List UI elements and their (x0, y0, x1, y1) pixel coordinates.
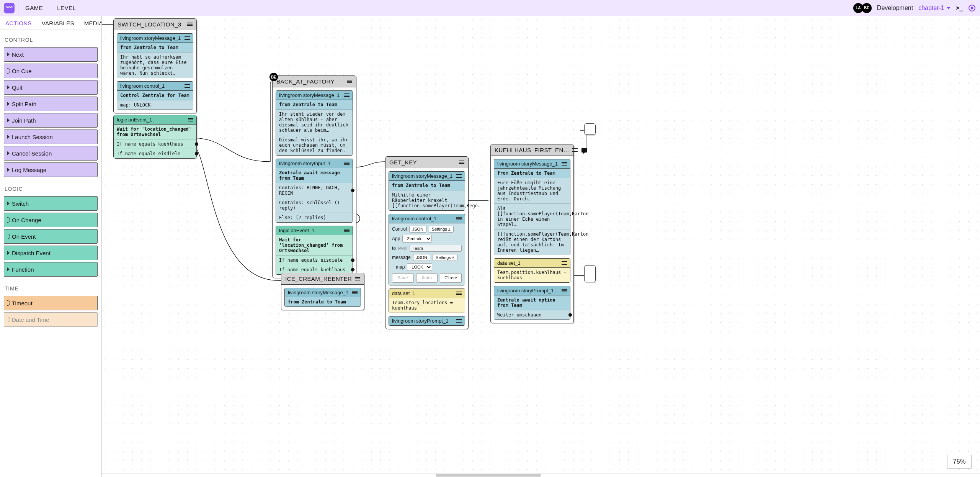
node-offscreen[interactable] (584, 123, 596, 135)
pill-json[interactable]: JSON (409, 226, 426, 233)
horizontal-scrollbar[interactable] (102, 473, 980, 477)
node-offscreen[interactable] (584, 265, 596, 282)
input-row[interactable]: Contains: RINNE, DACH, REGEN (276, 183, 353, 198)
event-opt[interactable]: If name equals eisdiele (114, 149, 196, 158)
block-timeout[interactable]: Timeout (4, 296, 98, 310)
input-row[interactable]: Else: (2 replies) (276, 213, 353, 222)
msg-body: Als [[function.somePlayer(Team,Karton in… (494, 204, 570, 229)
event-opt[interactable]: If name equals eisdiele (276, 256, 353, 265)
pill-settings[interactable]: Settings ± (429, 226, 454, 233)
hint: (drop) (398, 246, 407, 250)
play-icon[interactable] (969, 5, 975, 11)
avatar[interactable]: BE (862, 3, 872, 13)
block-next[interactable]: Next (4, 47, 98, 62)
avatar: BE (270, 73, 278, 81)
hamburger-icon[interactable] (562, 162, 567, 166)
hamburger-icon[interactable] (459, 161, 464, 164)
hamburger-icon[interactable] (562, 289, 567, 292)
block-join-path[interactable]: Join Path (4, 113, 98, 128)
hamburger-icon[interactable] (344, 93, 350, 97)
sub-title: data set_1 (392, 290, 415, 296)
block-log-message[interactable]: Log Message (4, 162, 98, 177)
input-await: Zentrale await message from Team (276, 168, 353, 183)
sub-title: livingroom storyMessage_1 (288, 290, 348, 295)
node-back-at-factory[interactable]: BE BACK_AT_FACTORY livingroom storyMessa… (272, 75, 356, 278)
msg-from: from Zentrale to Team (494, 169, 570, 178)
close-button[interactable]: Close (440, 273, 462, 283)
app-logo[interactable] (0, 0, 18, 16)
group-title-control: CONTROL (0, 30, 101, 45)
msg-from: from Zentrale to Team (389, 181, 465, 190)
block-on-change[interactable]: On Change (4, 213, 98, 227)
msg-body: Diesmal wisst ihr, wo ihr euch umschauen… (276, 135, 353, 155)
msg-body: Mithilfe einer Räuberleiter kraxelt [[fu… (389, 190, 465, 210)
sidebar: ACTIONS VARIABLES MEDIA CONTROL Next On … (0, 16, 102, 477)
label: to (392, 246, 396, 251)
ctrl-line: map: UNLOCK (117, 100, 193, 110)
event-wait: Wait for 'location_changed' from Ortswec… (114, 125, 196, 139)
block-on-cue[interactable]: On Cue (4, 64, 98, 78)
hamburger-icon[interactable] (456, 217, 462, 220)
group-title-time: TIME (0, 279, 101, 294)
hamburger-icon[interactable] (185, 84, 190, 88)
sub-title: livingroom storyPrompt_1 (497, 288, 554, 293)
undo-button[interactable]: Undo (416, 273, 438, 283)
terminal-icon[interactable]: >_ (956, 4, 963, 11)
app-select[interactable]: Zentrale (402, 235, 432, 243)
tab-game[interactable]: GAME (18, 0, 50, 16)
block-launch-session[interactable]: Launch Session (4, 129, 98, 144)
prompt-opt[interactable]: Weiter umschauen (494, 310, 570, 320)
hamburger-icon[interactable] (344, 229, 350, 232)
node-kuehlhaus[interactable]: KUEHLHAUS_FIRST_EN… livingroom storyMess… (490, 144, 574, 323)
set-body: Team.story_locations = kuehlhaus (389, 298, 465, 313)
sub-title: livingroom control_1 (120, 83, 165, 89)
hamburger-icon[interactable] (456, 292, 462, 295)
node-switch-location[interactable]: SWITCH_LOCATION_3 livingroom storyMessag… (113, 18, 197, 113)
comment-icon[interactable] (581, 148, 587, 152)
hamburger-icon[interactable] (355, 277, 360, 280)
chevron-down-icon (947, 7, 951, 9)
hamburger-icon[interactable] (187, 23, 193, 26)
sidebar-tab-variables[interactable]: VARIABLES (42, 20, 74, 26)
hamburger-icon[interactable] (456, 174, 462, 178)
chapter-selector[interactable]: chapter-1 (918, 5, 951, 11)
to-field[interactable]: Team (410, 245, 462, 252)
block-on-event[interactable]: On Event (4, 229, 98, 244)
hamburger-icon[interactable] (188, 118, 193, 121)
label: message (392, 255, 411, 260)
hamburger-icon[interactable] (347, 80, 352, 83)
pill-json[interactable]: JSON (413, 254, 430, 261)
sidebar-tab-media[interactable]: MEDIA (84, 20, 102, 26)
block-function[interactable]: Function (4, 262, 98, 277)
zoom-indicator[interactable]: 75% (947, 455, 972, 469)
label: Control (392, 226, 407, 232)
event-opt[interactable]: If name equals kuehlhaus (114, 139, 196, 149)
canvas[interactable]: SWITCH_LOCATION_3 livingroom storyMessag… (102, 16, 980, 477)
hamburger-icon[interactable] (456, 319, 462, 323)
pill-settings[interactable]: Settings ± (433, 254, 457, 261)
block-switch[interactable]: Switch (4, 196, 98, 211)
block-date-time[interactable]: Date and Time (4, 312, 98, 327)
node-ice-cream[interactable]: ICE_CREAM_REENTER livingroom storyMessag… (281, 273, 364, 310)
input-row[interactable]: Contains: schlüssel (1 reply) (276, 198, 353, 213)
hamburger-icon[interactable] (562, 261, 567, 265)
map-select[interactable]: LOCK (407, 263, 432, 271)
hamburger-icon[interactable] (185, 36, 190, 40)
sidebar-tab-actions[interactable]: ACTIONS (5, 20, 32, 26)
hamburger-icon[interactable] (352, 291, 358, 294)
node-get-key[interactable]: GET_KEY livingroom storyMessage_1 from Z… (385, 156, 469, 329)
block-cancel-session[interactable]: Cancel Session (4, 146, 98, 161)
block-quit[interactable]: Quit (4, 80, 98, 95)
block-split-path[interactable]: Split Path (4, 97, 98, 111)
node-switch-location-event[interactable]: logic onEvent_1 Wait for 'location_chang… (113, 115, 197, 159)
hamburger-icon[interactable] (572, 148, 578, 152)
hamburger-icon[interactable] (344, 162, 350, 165)
block-dispatch-event[interactable]: Dispatch Event (4, 246, 98, 260)
sub-title: data set_1 (497, 260, 521, 266)
event-wait: Wait for 'location_changed' from Ortswec… (276, 235, 353, 256)
save-button[interactable]: Save (392, 273, 414, 283)
sub-title: livingroom storyInput_1 (279, 161, 330, 166)
sub-title: logic onEvent_1 (117, 117, 152, 123)
msg-from: from Zentrale to Team (117, 43, 193, 52)
tab-level[interactable]: LEVEL (50, 0, 83, 16)
